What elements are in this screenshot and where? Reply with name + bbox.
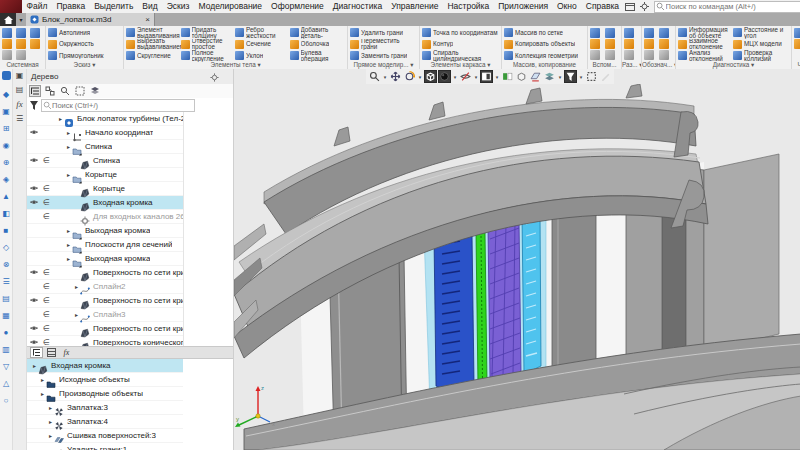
expand-arrow-icon[interactable]: ▸: [47, 418, 54, 425]
tree-item[interactable]: ▸Спинка: [27, 140, 183, 154]
grid-panel-icon[interactable]: ●: [4, 324, 9, 341]
expand-arrow-icon[interactable]: ▸: [57, 115, 64, 122]
curves-panel-icon[interactable]: ⊗: [3, 256, 10, 273]
tree-item[interactable]: ▸Входная кромка: [27, 359, 183, 373]
tree-item[interactable]: ▸Производные объекты: [27, 387, 183, 401]
redo-icon[interactable]: [30, 39, 40, 49]
expand-arrow-icon[interactable]: ▸: [31, 362, 38, 369]
ribbon-button[interactable]: Прямоугольник: [48, 50, 121, 62]
tree-item[interactable]: ▸Заплатка:3: [27, 401, 183, 415]
tree-display-composition-icon[interactable]: [44, 85, 56, 97]
menu-item[interactable]: Диагностика: [328, 0, 386, 13]
menu-item[interactable]: Настройка: [443, 0, 494, 13]
ribbon-group-label[interactable]: Массив, копирование: [502, 61, 587, 69]
tree-item[interactable]: ∈▸Сплайн3: [27, 308, 183, 322]
designation-1-icon[interactable]: [644, 28, 654, 38]
ribbon-button[interactable]: Элемент выдавливания: [126, 27, 181, 39]
expand-arrow-icon[interactable]: ▸: [65, 227, 72, 234]
tree-item[interactable]: ▸Плоскости для сечений: [27, 238, 183, 252]
expand-arrow-icon[interactable]: ▸: [65, 255, 72, 262]
aux-control-icon[interactable]: [605, 50, 615, 60]
chevron-down-icon[interactable]: ▾: [557, 74, 563, 80]
belongs-to-icon[interactable]: ∈: [40, 198, 53, 207]
properties-panel-icon[interactable]: [2, 71, 11, 80]
ribbon-group-label[interactable]: Вспом...: [588, 61, 621, 69]
designation-4-icon[interactable]: [659, 28, 669, 38]
tree-filter-objects-icon[interactable]: [74, 85, 86, 97]
ribbon-button[interactable]: Полное скругление: [181, 50, 236, 62]
chevron-down-icon[interactable]: ▾: [382, 74, 388, 80]
menu-item[interactable]: Файл: [22, 0, 52, 13]
menu-item[interactable]: Моделирование: [194, 0, 267, 13]
belongs-to-icon[interactable]: ∈: [40, 324, 53, 333]
expand-arrow-icon[interactable]: ▸: [65, 129, 72, 136]
print-icon[interactable]: [16, 28, 26, 38]
layers-icon[interactable]: [543, 70, 556, 83]
tree-find-icon[interactable]: [59, 85, 71, 97]
tree-item[interactable]: ∈Спинка: [27, 154, 183, 168]
expand-arrow-icon[interactable]: ▸: [73, 311, 80, 318]
save-document-icon[interactable]: [2, 50, 12, 60]
chevron-down-icon[interactable]: ▾: [485, 61, 490, 68]
ribbon-button[interactable]: Переместить грани: [350, 39, 417, 51]
text-label-icon[interactable]: [659, 50, 669, 60]
display-panel-icon[interactable]: △: [3, 375, 9, 392]
belongs-to-icon[interactable]: ∈: [40, 212, 53, 221]
settings-gear-icon[interactable]: [639, 2, 651, 12]
expand-arrow-icon[interactable]: ▸: [39, 376, 46, 383]
chevron-down-icon[interactable]: ▾: [90, 61, 95, 68]
ribbon-button[interactable]: Уклон: [235, 50, 290, 62]
ribbon-group-label[interactable]: Обознач... ▾: [642, 61, 675, 69]
visibility-eye-icon[interactable]: [27, 156, 40, 165]
ribbon-button[interactable]: МЦХ модели: [733, 39, 788, 51]
aux-axis-icon[interactable]: [590, 50, 600, 60]
aux-plane-icon[interactable]: [590, 39, 600, 49]
expand-arrow-icon[interactable]: ▸: [47, 432, 54, 439]
visibility-eye-icon[interactable]: [27, 268, 40, 277]
ribbon-button[interactable]: Копировать объекты: [504, 39, 585, 51]
chevron-down-icon[interactable]: ▾: [256, 61, 261, 68]
tree-item[interactable]: ▸Сшивка поверхностей:3: [27, 429, 183, 443]
visibility-eye-icon[interactable]: [27, 324, 40, 333]
window-layout-icon[interactable]: [624, 2, 636, 12]
variables-panel-icon[interactable]: ⊕: [3, 154, 10, 171]
expand-arrow-icon[interactable]: ▸: [73, 283, 80, 290]
ribbon-button[interactable]: Отверстие простое: [181, 39, 236, 51]
tree-item[interactable]: ∈Для входных каналов 262.5: [27, 210, 183, 224]
dimension-radial-icon[interactable]: [624, 50, 634, 60]
visibility-eye-icon[interactable]: [27, 198, 40, 207]
tree-settings-gear-icon[interactable]: [210, 68, 233, 86]
placement-panel-icon[interactable]: ◆: [3, 86, 9, 103]
belongs-to-icon[interactable]: ∈: [40, 268, 53, 277]
subtree-tab-fx[interactable]: fx: [60, 347, 73, 358]
pan-hand-icon[interactable]: [389, 70, 402, 83]
belongs-to-icon[interactable]: ∈: [40, 310, 53, 319]
aux-point-icon[interactable]: [605, 28, 615, 38]
visibility-eye-icon[interactable]: [27, 296, 40, 305]
components-panel-icon[interactable]: ◇: [3, 239, 9, 256]
menu-item[interactable]: Приложения: [494, 0, 553, 13]
zoom-search-icon[interactable]: [368, 70, 381, 83]
isolate-frame-icon[interactable]: [585, 70, 598, 83]
chevron-down-icon[interactable]: ▾: [749, 61, 754, 68]
ribbon-button[interactable]: Ребро жесткости: [235, 27, 290, 39]
ribbon-button[interactable]: Контур: [422, 39, 499, 51]
layers-panel-icon[interactable]: ▦: [2, 307, 10, 324]
ribbon-button[interactable]: Окружность: [48, 39, 121, 51]
chevron-down-icon[interactable]: ▾: [452, 74, 458, 80]
ribbon-button[interactable]: Расстояние и угол: [733, 27, 788, 39]
command-search-input[interactable]: [654, 1, 800, 13]
ribbon-button[interactable]: Заменить грани: [350, 50, 417, 62]
chevron-down-icon[interactable]: ▾: [417, 74, 423, 80]
save-as-icon[interactable]: [16, 50, 26, 60]
designation-5-icon[interactable]: [659, 39, 669, 49]
ribbon-group-label[interactable]: Ч.: [792, 61, 800, 69]
orbit-rotate-icon[interactable]: [403, 70, 416, 83]
copy-panel-icon[interactable]: ◧: [2, 205, 10, 222]
filter-funnel-icon[interactable]: [564, 70, 577, 83]
home-button[interactable]: [0, 13, 16, 26]
ribbon-button[interactable]: Оболочка: [290, 39, 345, 51]
ribbon-button[interactable]: Коллекция геометрии: [504, 50, 585, 62]
search-panel-icon[interactable]: ☰: [2, 273, 9, 290]
check-2-icon[interactable]: [794, 39, 800, 49]
